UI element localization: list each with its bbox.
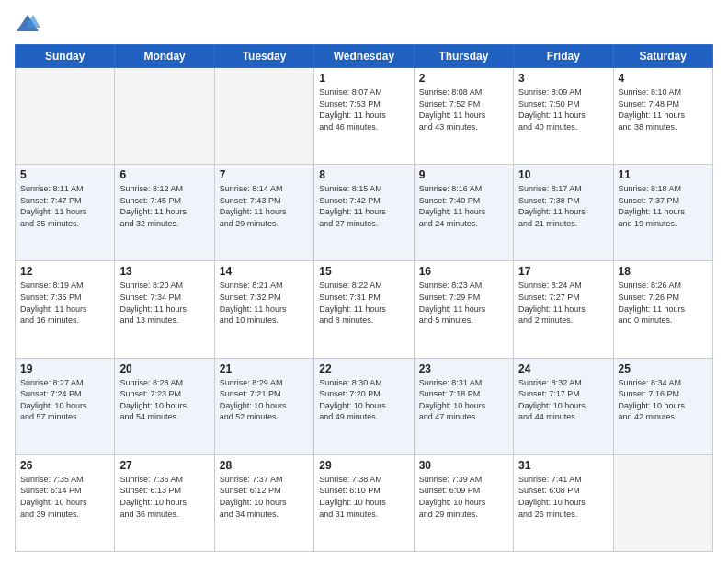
day-cell: 15Sunrise: 8:22 AM Sunset: 7:31 PM Dayli… (314, 261, 414, 358)
week-row: 5Sunrise: 8:11 AM Sunset: 7:47 PM Daylig… (16, 165, 713, 261)
day-cell: 30Sunrise: 7:39 AM Sunset: 6:09 PM Dayli… (414, 454, 513, 551)
week-row: 19Sunrise: 8:27 AM Sunset: 7:24 PM Dayli… (16, 358, 713, 454)
day-cell: 19Sunrise: 8:27 AM Sunset: 7:24 PM Dayli… (16, 358, 115, 454)
logo (15, 11, 44, 37)
day-info: Sunrise: 8:18 AM Sunset: 7:37 PM Dayligh… (619, 183, 708, 229)
day-cell: 17Sunrise: 8:24 AM Sunset: 7:27 PM Dayli… (514, 261, 613, 358)
day-number: 24 (518, 362, 608, 375)
day-header: Thursday (414, 45, 513, 68)
day-cell: 31Sunrise: 7:41 AM Sunset: 6:08 PM Dayli… (514, 454, 613, 551)
day-cell: 11Sunrise: 8:18 AM Sunset: 7:37 PM Dayli… (613, 165, 712, 261)
day-info: Sunrise: 8:22 AM Sunset: 7:31 PM Dayligh… (319, 280, 408, 326)
day-number: 2 (419, 72, 508, 85)
week-row: 12Sunrise: 8:19 AM Sunset: 7:35 PM Dayli… (16, 261, 713, 358)
day-cell (115, 68, 214, 165)
day-info: Sunrise: 7:36 AM Sunset: 6:13 PM Dayligh… (119, 474, 209, 520)
day-cell: 28Sunrise: 7:37 AM Sunset: 6:12 PM Dayli… (214, 454, 313, 551)
day-cell: 22Sunrise: 8:30 AM Sunset: 7:20 PM Dayli… (314, 358, 414, 454)
calendar-table: SundayMondayTuesdayWednesdayThursdayFrid… (15, 44, 713, 552)
day-info: Sunrise: 8:29 AM Sunset: 7:21 PM Dayligh… (220, 377, 309, 423)
day-info: Sunrise: 8:21 AM Sunset: 7:32 PM Dayligh… (220, 280, 309, 326)
header (15, 11, 713, 37)
day-cell: 2Sunrise: 8:08 AM Sunset: 7:52 PM Daylig… (414, 68, 513, 165)
page: SundayMondayTuesdayWednesdayThursdayFrid… (0, 0, 728, 563)
day-number: 20 (119, 362, 209, 375)
day-info: Sunrise: 8:11 AM Sunset: 7:47 PM Dayligh… (20, 183, 109, 229)
day-info: Sunrise: 8:16 AM Sunset: 7:40 PM Dayligh… (419, 183, 508, 229)
day-cell: 12Sunrise: 8:19 AM Sunset: 7:35 PM Dayli… (16, 261, 115, 358)
day-cell: 27Sunrise: 7:36 AM Sunset: 6:13 PM Dayli… (115, 454, 214, 551)
day-cell: 8Sunrise: 8:15 AM Sunset: 7:42 PM Daylig… (314, 165, 414, 261)
day-info: Sunrise: 8:09 AM Sunset: 7:50 PM Dayligh… (518, 86, 608, 132)
day-number: 17 (518, 265, 608, 278)
day-cell: 21Sunrise: 8:29 AM Sunset: 7:21 PM Dayli… (214, 358, 313, 454)
day-cell: 16Sunrise: 8:23 AM Sunset: 7:29 PM Dayli… (414, 261, 513, 358)
day-cell: 9Sunrise: 8:16 AM Sunset: 7:40 PM Daylig… (414, 165, 513, 261)
day-number: 13 (119, 265, 209, 278)
day-number: 28 (220, 459, 309, 472)
day-number: 25 (619, 362, 708, 375)
day-info: Sunrise: 8:12 AM Sunset: 7:45 PM Dayligh… (119, 183, 209, 229)
day-info: Sunrise: 7:41 AM Sunset: 6:08 PM Dayligh… (518, 474, 608, 520)
day-cell: 18Sunrise: 8:26 AM Sunset: 7:26 PM Dayli… (613, 261, 712, 358)
day-info: Sunrise: 8:34 AM Sunset: 7:16 PM Dayligh… (619, 377, 708, 423)
day-header: Sunday (16, 45, 115, 68)
day-info: Sunrise: 8:14 AM Sunset: 7:43 PM Dayligh… (220, 183, 309, 229)
day-number: 8 (319, 168, 408, 181)
day-header: Tuesday (214, 45, 313, 68)
day-header: Friday (514, 45, 613, 68)
day-info: Sunrise: 8:31 AM Sunset: 7:18 PM Dayligh… (419, 377, 508, 423)
day-cell: 5Sunrise: 8:11 AM Sunset: 7:47 PM Daylig… (16, 165, 115, 261)
day-info: Sunrise: 7:35 AM Sunset: 6:14 PM Dayligh… (20, 474, 109, 520)
day-number: 7 (220, 168, 309, 181)
day-number: 21 (220, 362, 309, 375)
day-cell: 14Sunrise: 8:21 AM Sunset: 7:32 PM Dayli… (214, 261, 313, 358)
day-cell: 24Sunrise: 8:32 AM Sunset: 7:17 PM Dayli… (514, 358, 613, 454)
day-number: 3 (518, 72, 608, 85)
logo-icon (15, 11, 40, 37)
day-info: Sunrise: 8:15 AM Sunset: 7:42 PM Dayligh… (319, 183, 408, 229)
day-number: 5 (20, 168, 109, 181)
day-info: Sunrise: 7:38 AM Sunset: 6:10 PM Dayligh… (319, 474, 408, 520)
day-info: Sunrise: 7:37 AM Sunset: 6:12 PM Dayligh… (220, 474, 309, 520)
day-number: 18 (619, 265, 708, 278)
day-info: Sunrise: 8:08 AM Sunset: 7:52 PM Dayligh… (419, 86, 508, 132)
day-number: 19 (20, 362, 109, 375)
day-cell (214, 68, 313, 165)
day-cell (16, 68, 115, 165)
day-cell: 13Sunrise: 8:20 AM Sunset: 7:34 PM Dayli… (115, 261, 214, 358)
day-cell: 1Sunrise: 8:07 AM Sunset: 7:53 PM Daylig… (314, 68, 414, 165)
day-info: Sunrise: 8:26 AM Sunset: 7:26 PM Dayligh… (619, 280, 708, 326)
day-cell: 4Sunrise: 8:10 AM Sunset: 7:48 PM Daylig… (613, 68, 712, 165)
day-cell: 29Sunrise: 7:38 AM Sunset: 6:10 PM Dayli… (314, 454, 414, 551)
day-number: 31 (518, 459, 608, 472)
day-cell: 6Sunrise: 8:12 AM Sunset: 7:45 PM Daylig… (115, 165, 214, 261)
day-info: Sunrise: 8:24 AM Sunset: 7:27 PM Dayligh… (518, 280, 608, 326)
day-info: Sunrise: 8:19 AM Sunset: 7:35 PM Dayligh… (20, 280, 109, 326)
day-number: 4 (619, 72, 708, 85)
day-number: 11 (619, 168, 708, 181)
day-info: Sunrise: 8:10 AM Sunset: 7:48 PM Dayligh… (619, 86, 708, 132)
day-info: Sunrise: 7:39 AM Sunset: 6:09 PM Dayligh… (419, 474, 508, 520)
day-header: Monday (115, 45, 214, 68)
day-cell: 10Sunrise: 8:17 AM Sunset: 7:38 PM Dayli… (514, 165, 613, 261)
day-cell: 23Sunrise: 8:31 AM Sunset: 7:18 PM Dayli… (414, 358, 513, 454)
day-header: Saturday (613, 45, 712, 68)
day-number: 9 (419, 168, 508, 181)
day-cell: 20Sunrise: 8:28 AM Sunset: 7:23 PM Dayli… (115, 358, 214, 454)
day-number: 26 (20, 459, 109, 472)
day-number: 27 (119, 459, 209, 472)
day-number: 29 (319, 459, 408, 472)
day-number: 23 (419, 362, 508, 375)
day-number: 30 (419, 459, 508, 472)
day-cell: 3Sunrise: 8:09 AM Sunset: 7:50 PM Daylig… (514, 68, 613, 165)
day-info: Sunrise: 8:32 AM Sunset: 7:17 PM Dayligh… (518, 377, 608, 423)
day-cell: 26Sunrise: 7:35 AM Sunset: 6:14 PM Dayli… (16, 454, 115, 551)
day-number: 22 (319, 362, 408, 375)
day-header-row: SundayMondayTuesdayWednesdayThursdayFrid… (16, 45, 713, 68)
day-number: 1 (319, 72, 408, 85)
day-header: Wednesday (314, 45, 414, 68)
day-number: 6 (119, 168, 209, 181)
day-number: 16 (419, 265, 508, 278)
day-cell (613, 454, 712, 551)
